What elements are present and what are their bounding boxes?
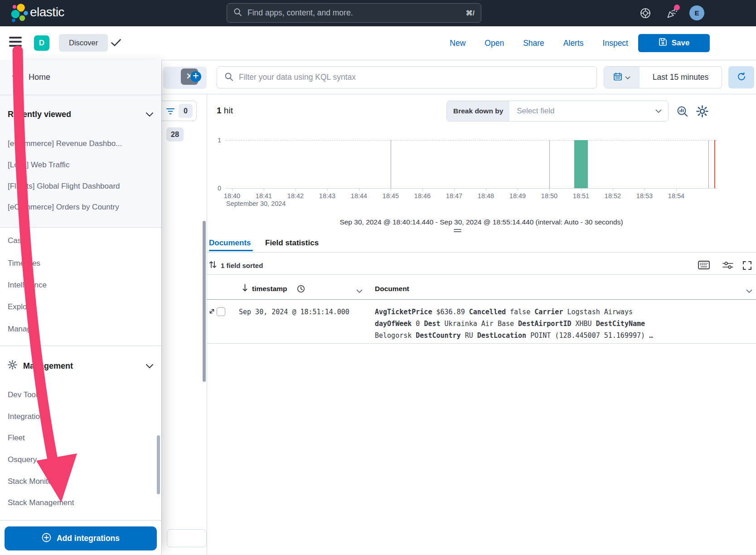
sidebar-item-intelligence[interactable]: Intelligence: [8, 281, 47, 290]
time-range-summary: Sep 30, 2024 @ 18:40:14.440 - Sep 30, 20…: [207, 218, 756, 226]
x-axis-date-label: September 30, 2024: [226, 200, 286, 207]
flyout-scrollbar[interactable]: [157, 435, 160, 494]
sidebar-item-manage[interactable]: Manage: [8, 325, 35, 334]
sidebar-item-osquery[interactable]: Osquery: [8, 455, 37, 464]
user-avatar[interactable]: E: [689, 5, 704, 20]
row-bottom-border: [207, 343, 756, 344]
x-tick-label: 18:40: [216, 192, 248, 200]
column-header-timestamp[interactable]: timestamp: [252, 285, 287, 293]
column-header-document[interactable]: Document: [375, 285, 409, 293]
x-tick-label: 18:52: [597, 192, 629, 200]
sort-fields-icon[interactable]: [209, 260, 217, 271]
x-tick-label: 18:43: [311, 192, 343, 200]
hits-count: 1 hit: [217, 106, 233, 116]
new-button[interactable]: New: [450, 39, 465, 48]
keyboard-icon[interactable]: [698, 261, 710, 271]
gear-icon: [8, 360, 17, 372]
recent-item[interactable]: [eCommerce] Revenue Dashbo...: [8, 139, 122, 148]
sidebar-item-cases[interactable]: Cases: [8, 236, 29, 245]
elastic-logo[interactable]: [7, 3, 28, 23]
app-badge[interactable]: D: [34, 35, 49, 51]
sort-descending-icon: [242, 284, 248, 294]
discover-page: Filter your data using KQL syntax Last 1…: [0, 0, 756, 555]
field-filter-count: 0: [179, 104, 193, 118]
active-tab-underline: [209, 250, 253, 251]
sidebar-item-home[interactable]: Home: [0, 60, 161, 95]
check-icon: [111, 39, 121, 49]
sidebar-item-explore[interactable]: Explore: [8, 302, 34, 312]
breadcrumb-discover[interactable]: Discover: [59, 34, 108, 52]
date-picker-button[interactable]: [604, 67, 640, 88]
plus-icon: [193, 73, 199, 81]
global-search-input[interactable]: Find apps, content, and more. ⌘/: [227, 3, 481, 23]
x-tick-label: 18:41: [248, 192, 280, 200]
recently-viewed-header[interactable]: Recently viewed: [8, 110, 154, 119]
chevron-down-icon: [145, 361, 154, 371]
timestamp-cell: Sep 30, 2024 @ 18:51:14.000: [239, 308, 349, 316]
recent-item[interactable]: [eCommerce] Orders by Country: [8, 203, 119, 212]
refresh-icon: [737, 72, 746, 83]
plus-circle-icon: [42, 533, 51, 545]
chevron-down-icon[interactable]: [356, 287, 363, 295]
x-tick-label: 18:44: [343, 192, 375, 200]
tab-documents[interactable]: Documents: [209, 239, 251, 248]
share-button[interactable]: Share: [523, 39, 544, 48]
breakdown-placeholder[interactable]: Select field: [509, 101, 655, 121]
inspect-button[interactable]: Inspect: [603, 39, 628, 48]
x-axis-line: [225, 188, 717, 189]
management-header[interactable]: Management: [8, 360, 154, 372]
chevron-down-icon[interactable]: [746, 287, 752, 295]
sidebar-item-dev-tools[interactable]: Dev Tools: [8, 390, 41, 399]
sidebar-item-integrations[interactable]: Integrations: [8, 412, 48, 421]
x-tick-label: 18:53: [629, 192, 660, 200]
x-tick-label: 18:50: [533, 192, 565, 200]
clock-icon: [297, 285, 305, 295]
filter-icon: [166, 108, 174, 117]
divider: [161, 94, 756, 94]
x-tick-label: 18:48: [470, 192, 502, 200]
fullscreen-icon[interactable]: [742, 261, 752, 272]
recent-item[interactable]: [Logs] Web Traffic: [8, 161, 69, 170]
search-icon: [233, 8, 242, 18]
kql-search-input[interactable]: Filter your data using KQL syntax: [217, 66, 597, 88]
expand-document-icon[interactable]: [208, 308, 215, 316]
time-range-value[interactable]: Last 15 minutes: [640, 67, 722, 88]
calendar-icon: [613, 72, 622, 83]
histogram-bar: [574, 140, 588, 188]
row-checkbox[interactable]: [217, 307, 225, 316]
sidebar-item-stack-monitoring[interactable]: Stack Monitoring: [8, 477, 65, 486]
resize-handle[interactable]: [454, 229, 461, 234]
help-icon[interactable]: [640, 7, 651, 19]
chevron-down-icon: [625, 73, 630, 82]
open-button[interactable]: Open: [485, 39, 504, 48]
sidebar-item-fleet[interactable]: Fleet: [8, 433, 25, 443]
x-tick-label: 18:46: [407, 192, 438, 200]
time-range-picker: Last 15 minutes: [604, 66, 722, 88]
chart-settings-gear-icon[interactable]: [696, 105, 709, 118]
chevron-down-icon: [145, 110, 154, 119]
divider: [207, 252, 756, 253]
panel-divider: [207, 94, 207, 555]
menu-button[interactable]: [9, 37, 22, 48]
save-button[interactable]: Save: [638, 34, 710, 52]
home-icon: [11, 71, 22, 84]
tab-field-statistics[interactable]: Field statistics: [265, 239, 319, 248]
add-integrations-button[interactable]: Add integrations: [5, 526, 157, 550]
recent-item[interactable]: [Flights] Global Flight Dashboard: [8, 182, 120, 191]
sidebar-item-timelines[interactable]: Timelines: [8, 259, 40, 268]
global-header: elastic Find apps, content, and more. ⌘/…: [0, 0, 756, 26]
breakdown-label: Break down by: [447, 101, 509, 121]
divider: [0, 346, 161, 346]
breakdown-select[interactable]: Break down by Select field: [446, 101, 669, 122]
field-panel-bottom-control[interactable]: [167, 529, 207, 547]
document-cell: AvgTicketPrice $636.89 Cancelled false C…: [375, 306, 669, 341]
field-panel-scrollbar[interactable]: [203, 221, 206, 382]
alerts-button[interactable]: Alerts: [563, 39, 584, 48]
add-filter-button[interactable]: [190, 71, 201, 82]
x-tick-label: 18:54: [660, 192, 692, 200]
sidebar-item-stack-management[interactable]: Stack Management: [8, 498, 74, 507]
display-options-icon[interactable]: [722, 261, 733, 271]
divider: [0, 520, 161, 521]
refresh-button[interactable]: [728, 66, 754, 88]
explore-data-icon[interactable]: [676, 105, 689, 118]
